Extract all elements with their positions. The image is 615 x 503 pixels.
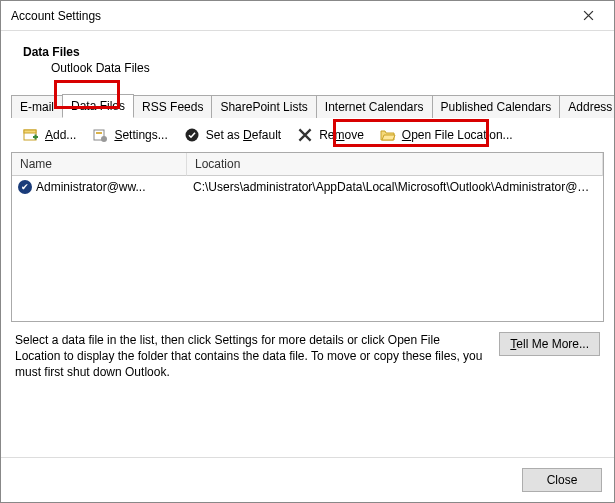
set-default-button[interactable]: Set as Default (178, 124, 287, 146)
list-header: Name Location (12, 153, 603, 176)
svg-point-4 (101, 136, 107, 142)
remove-icon (297, 127, 313, 143)
tab-address-books[interactable]: Address Books (559, 95, 615, 118)
toolbar: Add... Settings... Set as Default Remove… (11, 118, 604, 152)
settings-button[interactable]: Settings... (86, 124, 173, 146)
column-name-header[interactable]: Name (12, 153, 187, 176)
tab-rss-feeds[interactable]: RSS Feeds (133, 95, 212, 118)
tab-strip: E-mail Data Files RSS Feeds SharePoint L… (11, 93, 604, 118)
row-name-cell: ✔ Administrator@ww... (18, 180, 193, 194)
header-subtitle: Outlook Data Files (23, 59, 592, 75)
column-location-header[interactable]: Location (187, 153, 603, 176)
svg-rect-1 (24, 130, 36, 133)
add-button[interactable]: Add... (17, 124, 82, 146)
tab-published-calendars[interactable]: Published Calendars (432, 95, 561, 118)
tab-data-files[interactable]: Data Files (62, 94, 134, 118)
open-file-location-button[interactable]: Open File Location... (374, 124, 519, 146)
header-title: Data Files (23, 45, 592, 59)
settings-icon (92, 127, 108, 143)
folder-open-icon (380, 127, 396, 143)
close-icon[interactable] (568, 2, 608, 30)
tell-me-more-button[interactable]: Tell Me More... (499, 332, 600, 356)
tabs-container: E-mail Data Files RSS Feeds SharePoint L… (1, 83, 614, 118)
info-text: Select a data file in the list, then cli… (15, 332, 487, 381)
data-files-list: Name Location ✔ Administrator@ww... C:\U… (11, 152, 604, 322)
svg-rect-3 (96, 132, 102, 134)
row-location-cell: C:\Users\administrator\AppData\Local\Mic… (193, 180, 597, 194)
remove-button[interactable]: Remove (291, 124, 370, 146)
dialog-header: Data Files Outlook Data Files (1, 31, 614, 83)
tab-internet-calendars[interactable]: Internet Calendars (316, 95, 433, 118)
tab-email[interactable]: E-mail (11, 95, 63, 118)
default-check-icon: ✔ (18, 180, 32, 194)
info-area: Select a data file in the list, then cli… (11, 322, 604, 391)
table-row[interactable]: ✔ Administrator@ww... C:\Users\administr… (12, 176, 603, 198)
dialog-footer: Close (1, 457, 614, 502)
window-title: Account Settings (11, 9, 568, 23)
check-circle-icon (184, 127, 200, 143)
title-bar: Account Settings (1, 1, 614, 31)
add-icon (23, 127, 39, 143)
tab-content: Add... Settings... Set as Default Remove… (1, 118, 614, 457)
close-button[interactable]: Close (522, 468, 602, 492)
tab-sharepoint-lists[interactable]: SharePoint Lists (211, 95, 316, 118)
